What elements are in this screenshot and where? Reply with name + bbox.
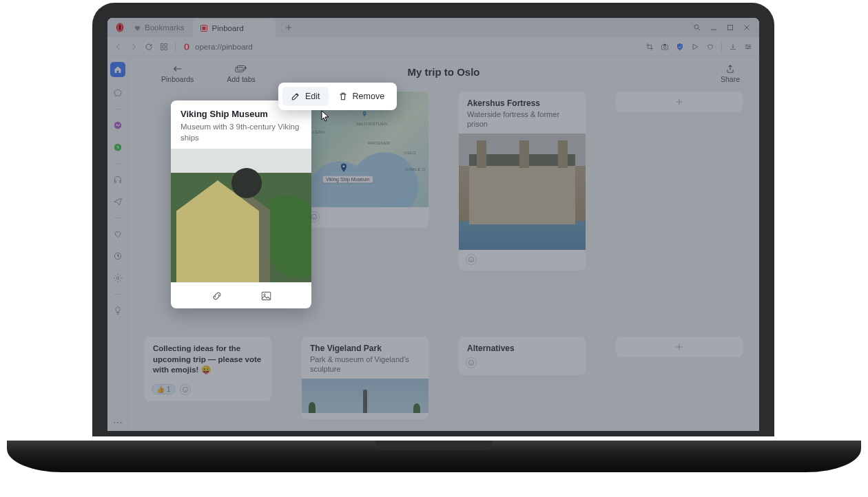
card-image: [302, 379, 428, 413]
trash-icon: [338, 92, 348, 101]
card-title: Akershus Fortress: [467, 98, 577, 108]
react-button[interactable]: [180, 384, 191, 395]
new-tab-button[interactable]: [281, 20, 296, 35]
sidebar-item-hearts[interactable]: [112, 228, 124, 240]
add-tabs-icon: [235, 64, 247, 74]
bookmarks-tab[interactable]: Bookmarks: [131, 23, 193, 32]
minimize-icon[interactable]: [710, 23, 718, 32]
url-field[interactable]: opera://pinboard: [183, 43, 253, 51]
react-button[interactable]: [466, 357, 477, 368]
emoji-reaction-pill[interactable]: 👍1: [152, 384, 176, 394]
divider: [114, 218, 122, 218]
card-title: The Vigeland Park: [310, 343, 420, 353]
map-area-label: MAJORSTUEN: [357, 122, 387, 126]
heart-icon: [113, 229, 123, 239]
svg-point-23: [117, 422, 118, 423]
svg-point-2: [118, 24, 122, 30]
map-area-label: FROGNER: [368, 141, 390, 145]
download-icon[interactable]: [729, 43, 737, 51]
sidebar-item-settings[interactable]: [112, 272, 124, 284]
context-menu-remove[interactable]: Remove: [330, 87, 393, 106]
shield-icon[interactable]: [676, 43, 684, 51]
card-description: Waterside fortress & former prison: [467, 109, 577, 129]
card-note[interactable]: Collecting ideas for the upcoming trip —…: [145, 337, 271, 401]
svg-rect-25: [236, 67, 244, 72]
link-icon[interactable]: [211, 291, 223, 301]
svg-rect-4: [202, 27, 205, 30]
nav-forward-icon[interactable]: [130, 43, 138, 51]
card-alternatives[interactable]: Alternatives: [459, 337, 586, 375]
camera-icon[interactable]: [661, 43, 669, 51]
dots-icon: [113, 421, 123, 424]
grid-speed-dial-icon[interactable]: [160, 43, 168, 51]
map-pin-icon: [361, 111, 368, 118]
pinboard-tab-icon: [200, 24, 208, 32]
context-menu-edit[interactable]: Edit: [282, 87, 329, 106]
sidebar-item-history[interactable]: [112, 250, 124, 262]
card-image: [459, 134, 586, 250]
add-card-button[interactable]: [616, 92, 743, 112]
map-area-label: GAMLE O: [405, 167, 425, 171]
divider: [721, 42, 722, 52]
react-button[interactable]: [466, 254, 477, 265]
svg-point-15: [746, 44, 747, 45]
svg-point-40: [470, 362, 471, 363]
image-icon[interactable]: [261, 291, 271, 301]
sidebar-item-speed-dial[interactable]: [112, 87, 124, 99]
add-card-button[interactable]: [616, 337, 743, 357]
pinboards-label: Pinboards: [161, 75, 194, 83]
left-sidebar: [107, 56, 128, 431]
sidebar-item-whatsapp[interactable]: [112, 141, 124, 154]
card-description: Park & museum of Vigeland's sculpture: [310, 355, 420, 374]
address-bar: opera://pinboard: [107, 37, 759, 56]
sidebar-item-hint[interactable]: [112, 304, 124, 317]
close-icon[interactable]: [743, 23, 751, 32]
gear-icon: [113, 273, 123, 283]
play-icon[interactable]: [691, 43, 699, 51]
svg-point-30: [311, 214, 317, 220]
svg-point-17: [747, 47, 748, 49]
reload-icon[interactable]: [145, 43, 153, 51]
heart-icon: [134, 24, 141, 32]
map-pin-label: Viking Ship Museum: [322, 176, 373, 183]
context-menu: Edit Remove: [278, 83, 397, 110]
card-vigeland[interactable]: The Vigeland Park Park & museum of Vigel…: [302, 337, 428, 419]
svg-rect-6: [728, 25, 733, 30]
sidebar-item-more[interactable]: [113, 421, 123, 424]
crop-icon[interactable]: [645, 43, 654, 51]
svg-point-31: [313, 216, 313, 217]
svg-point-28: [386, 135, 387, 136]
pinboards-button[interactable]: Pinboards: [161, 64, 194, 83]
sidebar-item-home[interactable]: [110, 62, 125, 77]
headphones-icon: [113, 175, 123, 184]
svg-point-38: [185, 388, 186, 389]
opera-logo-icon[interactable]: [114, 22, 125, 33]
svg-point-5: [694, 25, 699, 29]
card-fortress[interactable]: Akershus Fortress Waterside fortress & f…: [459, 92, 586, 271]
map-area-label: Oslo: [404, 151, 416, 155]
url-text: opera://pinboard: [195, 43, 253, 51]
arrow-left-icon: [172, 64, 184, 74]
svg-point-39: [468, 360, 474, 366]
svg-rect-8: [165, 43, 167, 46]
heart-outline-icon[interactable]: [706, 43, 714, 51]
easy-setup-icon[interactable]: [744, 43, 752, 51]
cursor-icon: [321, 110, 331, 123]
messenger-icon: [113, 120, 123, 130]
add-tabs-button[interactable]: Add tabs: [227, 64, 255, 83]
sidebar-item-send[interactable]: [112, 195, 124, 208]
share-button[interactable]: Share: [721, 64, 743, 83]
maximize-icon[interactable]: [726, 23, 734, 32]
svg-rect-10: [165, 47, 167, 50]
focused-card[interactable]: Viking Ship Museum Museum with 3 9th-cen…: [171, 101, 311, 308]
sidebar-item-player[interactable]: [112, 173, 124, 186]
svg-point-21: [116, 277, 119, 279]
nav-back-icon[interactable]: [114, 43, 123, 51]
svg-point-36: [183, 387, 188, 392]
active-tab[interactable]: Pinboard: [193, 19, 276, 37]
whatsapp-icon: [113, 142, 123, 152]
search-icon[interactable]: [693, 23, 701, 32]
sidebar-item-messenger[interactable]: [112, 119, 124, 131]
context-menu-edit-label: Edit: [305, 92, 320, 101]
svg-rect-26: [237, 66, 245, 70]
